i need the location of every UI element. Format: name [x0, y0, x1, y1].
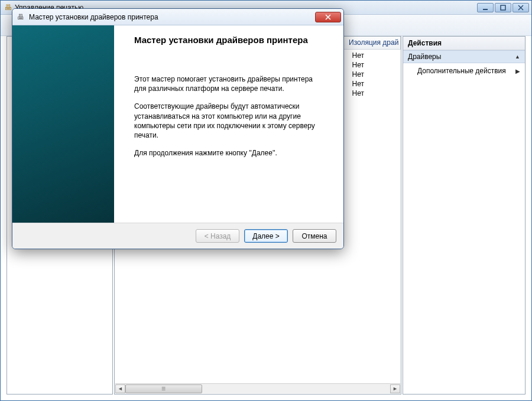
wizard-titlebar[interactable]: 🖶 Мастер установки драйверов принтера	[12, 9, 343, 25]
maximize-button[interactable]	[495, 3, 511, 12]
svg-rect-1	[501, 5, 505, 10]
scroll-left-icon[interactable]: ◄	[115, 384, 125, 393]
actions-group-label: Драйверы	[408, 53, 441, 61]
column-isolation[interactable]: Изоляция драй	[344, 37, 401, 49]
wizard-paragraph: Для продолжения нажмите кнопку ''Далее''…	[134, 148, 317, 158]
printer-icon: 🖶	[3, 3, 12, 12]
actions-group-drivers[interactable]: Драйверы ▲	[403, 50, 525, 63]
wizard-content: Мастер установки драйверов принтера Этот…	[114, 25, 343, 223]
actions-pane: Действия Драйверы ▲ Дополнительные дейст…	[403, 36, 525, 395]
wizard-heading: Мастер установки драйверов принтера	[134, 35, 330, 45]
wizard-paragraph: Этот мастер помогает установить драйверы…	[134, 74, 317, 93]
wizard-close-button[interactable]	[315, 12, 341, 22]
wizard-footer: < Назад Далее > Отмена	[12, 223, 343, 249]
actions-title: Действия	[403, 37, 525, 50]
close-button-main[interactable]	[512, 3, 529, 12]
next-button[interactable]: Далее >	[244, 229, 288, 243]
horizontal-scrollbar[interactable]: ◄ ≡ ►	[115, 383, 400, 393]
svg-rect-0	[483, 9, 488, 10]
action-more[interactable]: Дополнительные действия ▶	[403, 63, 525, 79]
wizard-side-banner	[12, 25, 114, 223]
window-controls	[477, 3, 529, 12]
cancel-button[interactable]: Отмена	[293, 229, 336, 243]
driver-wizard-dialog: 🖶 Мастер установки драйверов принтера Ма…	[12, 8, 344, 249]
scroll-right-icon[interactable]: ►	[390, 384, 400, 393]
minimize-button[interactable]	[477, 3, 494, 12]
scroll-thumb[interactable]: ≡	[125, 384, 202, 393]
wizard-title: Мастер установки драйверов принтера	[29, 13, 158, 21]
submenu-arrow-icon: ▶	[515, 68, 520, 74]
wizard-paragraph: Соответствующие драйверы будут автоматич…	[134, 102, 317, 140]
wizard-body: Мастер установки драйверов принтера Этот…	[12, 25, 343, 223]
action-more-label: Дополнительные действия	[417, 67, 506, 75]
printer-small-icon: 🖶	[16, 12, 25, 22]
back-button: < Назад	[196, 229, 239, 243]
collapse-icon: ▲	[515, 54, 520, 60]
scroll-track[interactable]: ≡	[125, 384, 390, 393]
